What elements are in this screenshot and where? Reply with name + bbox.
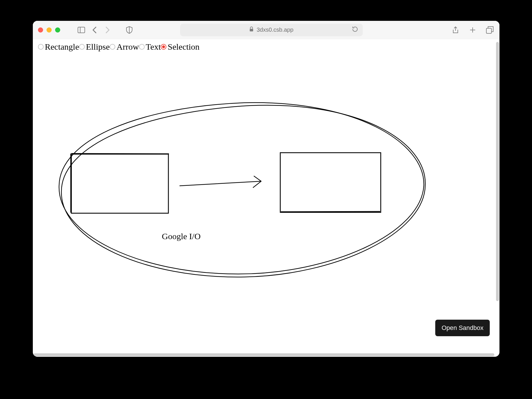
- tool-label: Arrow: [116, 42, 139, 52]
- open-sandbox-button[interactable]: Open Sandbox: [435, 320, 490, 336]
- tool-arrow[interactable]: Arrow: [110, 42, 139, 52]
- tab-overview-icon[interactable]: [485, 25, 494, 35]
- tool-label: Rectangle: [45, 42, 79, 52]
- radio-icon: [38, 44, 44, 50]
- tool-label: Selection: [168, 42, 200, 52]
- tool-label: Text: [146, 42, 161, 52]
- browser-titlebar: 3dxs0.csb.app: [33, 21, 499, 39]
- address-url: 3dxs0.csb.app: [257, 27, 293, 33]
- sidebar-toggle-icon[interactable]: [77, 25, 86, 35]
- window-minimize-button[interactable]: [47, 27, 52, 33]
- canvas-text-label[interactable]: Google I/O: [162, 231, 201, 241]
- canvas-svg: [33, 53, 489, 310]
- tool-ellipse[interactable]: Ellipse: [79, 42, 110, 52]
- tool-text[interactable]: Text: [139, 42, 161, 52]
- window-controls: [38, 27, 60, 33]
- reload-icon[interactable]: [352, 26, 358, 34]
- radio-icon: [161, 44, 166, 50]
- svg-rect-2: [250, 29, 253, 31]
- address-bar[interactable]: 3dxs0.csb.app: [180, 24, 363, 36]
- nav-forward-button: [103, 25, 112, 35]
- shape-tool-toolbar: Rectangle Ellipse Arrow Text Selection: [33, 39, 499, 53]
- tool-label: Ellipse: [86, 42, 110, 52]
- svg-rect-6: [71, 154, 168, 213]
- tool-selection[interactable]: Selection: [161, 42, 200, 52]
- svg-rect-5: [486, 28, 491, 33]
- window-fullscreen-button[interactable]: [55, 27, 60, 33]
- horizontal-scrollbar[interactable]: [33, 353, 494, 356]
- radio-icon: [79, 44, 85, 50]
- svg-line-11: [180, 181, 261, 186]
- vertical-scrollbar[interactable]: [496, 42, 499, 301]
- svg-rect-9: [280, 153, 381, 212]
- shield-privacy-icon[interactable]: [125, 25, 134, 35]
- browser-window: 3dxs0.csb.app Rectangle Ellipse: [33, 21, 499, 357]
- new-tab-icon[interactable]: [468, 25, 477, 35]
- svg-rect-0: [78, 27, 85, 33]
- nav-back-button[interactable]: [90, 25, 99, 35]
- drawing-canvas[interactable]: Google I/O: [33, 53, 499, 338]
- radio-icon: [110, 44, 115, 50]
- svg-line-8: [71, 154, 169, 154]
- window-close-button[interactable]: [38, 27, 43, 33]
- titlebar-right-controls: [451, 25, 494, 35]
- radio-icon: [139, 44, 145, 50]
- lock-icon: [249, 27, 254, 33]
- share-icon[interactable]: [451, 25, 460, 35]
- tool-rectangle[interactable]: Rectangle: [38, 42, 79, 52]
- svg-line-10: [281, 211, 380, 212]
